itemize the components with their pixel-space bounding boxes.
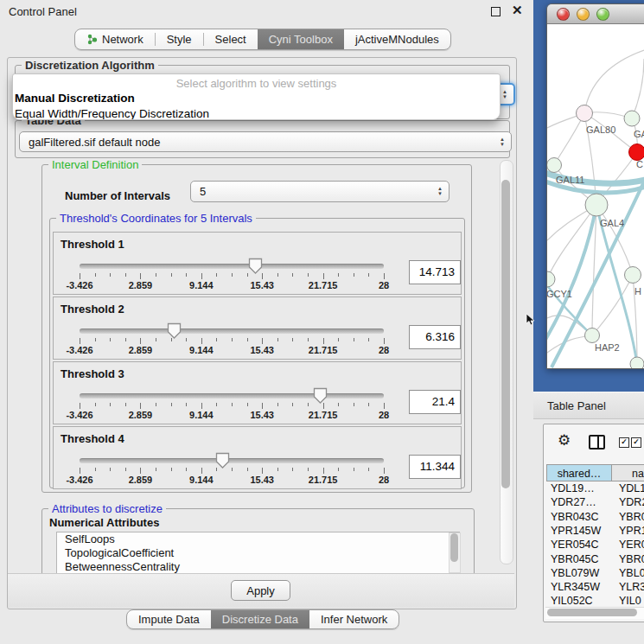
threshold-value-field[interactable]: 21.4	[409, 390, 461, 414]
slider-track[interactable]	[80, 328, 384, 334]
table-cell-name[interactable]: YBL0	[619, 567, 644, 579]
network-node[interactable]	[585, 328, 600, 343]
slider-tick-label: 15.43	[240, 410, 284, 420]
table-cell-shared-name[interactable]: YDR27…	[551, 496, 596, 508]
table-data-value: galFiltered.sif default node	[29, 136, 160, 149]
attribute-list-item[interactable]: SelfLoops	[57, 532, 459, 546]
slider-minor-tick	[292, 403, 293, 406]
slider-minor-tick	[277, 273, 278, 277]
tab-style[interactable]: Style	[156, 29, 203, 49]
threshold-panel-3: Threshold 3-3.4262.8599.14415.4321.71528…	[53, 361, 462, 424]
threshold-value-field[interactable]: 11.344	[409, 455, 461, 479]
interval-definition-title: Interval Definition	[48, 158, 142, 171]
table-cell-shared-name[interactable]: YIL052C	[551, 595, 593, 606]
network-node[interactable]	[624, 111, 640, 126]
network-canvas[interactable]: GAL80GACGAL11GAL4GCY1HHAP2	[547, 24, 644, 368]
top-tab-bar: NetworkStyleSelectCyni ToolboxjActiveMNo…	[74, 29, 451, 50]
minimize-window-icon[interactable]	[577, 8, 590, 21]
network-node[interactable]	[547, 158, 562, 173]
slider-thumb[interactable]	[248, 258, 263, 274]
slider-minor-tick	[292, 468, 293, 471]
attribute-list-item[interactable]: TopologicalCoefficient	[57, 546, 459, 560]
slider-minor-tick	[125, 403, 126, 406]
threshold-label: Threshold 3	[61, 367, 124, 380]
table-cell-name[interactable]: YIL0	[619, 595, 641, 606]
table-cell-shared-name[interactable]: YBL079W	[551, 567, 599, 579]
slider-minor-tick	[186, 273, 187, 277]
table-cell-shared-name[interactable]: YDL19…	[551, 482, 595, 494]
table-data-combobox[interactable]: galFiltered.sif default node ▲▼	[19, 131, 512, 152]
slider-tick-label: 9.144	[180, 345, 223, 355]
network-node[interactable]	[547, 271, 555, 287]
slider-tick-label: 15.43	[240, 475, 284, 485]
tab-network[interactable]: Network	[75, 29, 155, 49]
tab-select[interactable]: Select	[204, 29, 258, 49]
network-node[interactable]	[585, 194, 608, 216]
slider-major-tick	[262, 403, 263, 409]
slider-major-tick	[140, 273, 141, 279]
slider-tick-label: 21.715	[302, 280, 345, 290]
network-node[interactable]	[577, 105, 593, 122]
table-cell-name[interactable]: YPR1	[619, 525, 644, 537]
panel-scrollbar-thumb[interactable]	[501, 180, 510, 488]
table-header-shared[interactable]: shared…	[546, 464, 612, 481]
bottom-tab-impute-data[interactable]: Impute Data	[127, 610, 211, 628]
zoom-window-icon[interactable]	[596, 8, 609, 21]
bottom-tab-discretize-data[interactable]: Discretize Data	[211, 610, 309, 628]
slider-track[interactable]	[80, 393, 384, 399]
slider-thumb[interactable]	[313, 387, 328, 404]
table-cell-shared-name[interactable]: YBR045C	[551, 553, 599, 565]
table-cell-shared-name[interactable]: YPR145W	[551, 525, 601, 537]
tab-jactivemnodules[interactable]: jActiveMNodules	[344, 29, 450, 49]
table-cell-shared-name[interactable]: YER054C	[551, 539, 599, 551]
tab-cyni-toolbox[interactable]: Cyni Toolbox	[258, 29, 344, 49]
attribute-list-item[interactable]: BetweennessCentrality	[57, 560, 459, 574]
table-cell-name[interactable]: YDR2	[619, 496, 644, 508]
popup-option-equal-width-frequency-discretization[interactable]: Equal Width/Frequency Discretization	[13, 106, 500, 120]
table-panel-titlebar: Table Panel	[533, 392, 644, 419]
network-node-label: GAL11	[556, 175, 584, 185]
split-columns-icon[interactable]	[589, 435, 605, 450]
slider-major-tick	[201, 468, 202, 474]
table-hscrollbar-thumb[interactable]	[547, 609, 637, 616]
apply-button[interactable]: Apply	[231, 580, 290, 601]
slider-track[interactable]	[80, 264, 384, 269]
table-cell-name[interactable]: YBR0	[619, 511, 644, 523]
threshold-value-field[interactable]: 14.713	[409, 260, 461, 284]
bottom-tab-infer-network[interactable]: Infer Network	[309, 610, 399, 628]
close-panel-icon[interactable]: ✕	[512, 5, 523, 16]
thresholds-group-title: Threshold's Coordinates for 5 Intervals	[56, 212, 256, 225]
network-edge	[592, 275, 633, 335]
table-cell-shared-name[interactable]: YBR043C	[551, 511, 599, 523]
mouse-cursor	[526, 313, 536, 327]
slider-thumb[interactable]	[215, 452, 230, 469]
popup-option-manual-discretization[interactable]: Manual Discretization	[13, 91, 500, 106]
slider-minor-tick	[338, 338, 339, 341]
table-cell-shared-name[interactable]: YLR345W	[551, 581, 600, 593]
bottom-tab-label: Discretize Data	[222, 613, 298, 626]
table-cell-name[interactable]: YDL1	[619, 482, 644, 494]
numerical-attributes-list[interactable]: SelfLoopsTopologicalCoefficientBetweenne…	[56, 532, 460, 574]
number-of-intervals-combobox[interactable]: 5 ▲▼	[190, 181, 450, 202]
network-node[interactable]	[629, 144, 644, 161]
network-node[interactable]	[630, 357, 644, 368]
slider-track[interactable]	[80, 458, 384, 463]
attributes-scrollbar-thumb[interactable]	[450, 533, 458, 562]
table-cell-name[interactable]: YBR0	[619, 553, 644, 565]
slider-minor-tick	[338, 403, 339, 406]
close-window-icon[interactable]	[557, 8, 570, 21]
network-edge	[584, 50, 644, 113]
table-cell-name[interactable]: YLR3	[619, 581, 644, 593]
checkbox-select-all-icon[interactable]: ✓	[619, 437, 629, 448]
float-panel-icon[interactable]	[491, 7, 501, 16]
network-node[interactable]	[625, 267, 641, 284]
gear-icon[interactable]: ⚙	[558, 431, 571, 450]
slider-minor-tick	[354, 468, 354, 471]
table-cell-name[interactable]: YER0	[619, 539, 644, 551]
table-header-name[interactable]: na	[611, 464, 644, 481]
slider-thumb[interactable]	[167, 322, 182, 339]
slider-major-tick	[201, 403, 202, 409]
checkbox-select-none-icon[interactable]: ✓	[631, 437, 641, 448]
threshold-value-field[interactable]: 6.316	[409, 325, 461, 349]
slider-minor-tick	[292, 338, 293, 341]
